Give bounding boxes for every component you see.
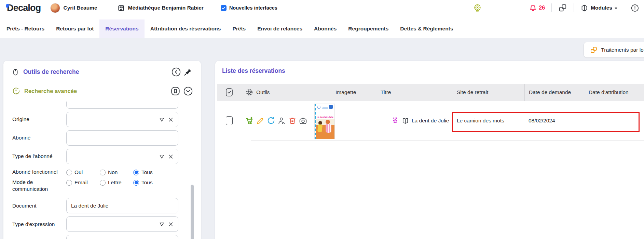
combo-clear-icon[interactable] [168,222,174,227]
field-row-origine: Origine [12,112,178,127]
origine-combobox[interactable] [66,112,178,127]
field-label: Abonné fonctionnel [12,169,66,175]
pin-icon[interactable] [184,68,192,76]
row-divider [251,141,644,141]
radio-option-non[interactable]: Non [100,169,133,175]
field-label: Type de l'abonné [12,153,66,160]
tab-prets-retours[interactable]: Prêts - Retours [1,19,50,38]
modules-menu[interactable]: Modules [580,4,617,12]
search-panel-actions [171,67,192,77]
camera-icon[interactable] [299,116,307,125]
tab-regroupements[interactable]: Regroupements [342,19,394,38]
row-actions [241,116,310,125]
radio-selected-icon[interactable] [133,170,139,175]
radio-option-email[interactable]: Email [66,180,100,186]
combo-clear-icon[interactable] [168,154,174,159]
avatar[interactable] [50,3,60,13]
star-icon[interactable] [391,117,399,125]
edit-pencil-icon[interactable] [256,117,264,125]
gear-icon[interactable] [245,88,254,96]
new-interfaces-toggle[interactable]: Nouvelles interfaces [221,5,277,11]
site-depositaire-combobox[interactable] [66,235,178,239]
title-text[interactable]: La dent de Julie [412,118,449,124]
radio-option-tous[interactable]: Tous [133,180,153,186]
open-book-icon[interactable] [401,117,409,125]
app-logo: Decalog [7,3,41,13]
combo-clear-icon[interactable] [168,117,174,122]
tab-prets[interactable]: Prêts [227,19,251,38]
person-edit-icon[interactable] [277,116,286,125]
batch-button-label: Traitements par lot [601,47,644,53]
radio-icon[interactable] [66,170,72,175]
divider [215,79,644,79]
field-row-document: Document La dent de Julie [12,198,178,213]
document-input[interactable]: La dent de Julie [66,198,178,213]
radio-icon[interactable] [100,170,106,175]
content-area: Traitements par lot Outils de recherche [0,38,644,239]
batch-processing-button[interactable]: Traitements par lot [584,42,644,58]
link-windows-icon[interactable] [558,3,567,12]
divider [574,3,574,12]
radio-selected-icon[interactable] [133,180,139,186]
divider [624,3,624,12]
search-panel: Outils de recherche Recherche avancée [3,61,201,239]
reservation-row: La dent de Julie La dent de Julie Le cam… [217,101,644,141]
checkbox-checked-icon[interactable] [221,5,227,11]
tab-abonnes[interactable]: Abonnés [308,19,342,38]
select-all-header[interactable] [217,84,241,101]
titre-header: Titre [371,84,452,101]
tab-dettes-reglements[interactable]: Dettes & Règlements [394,19,459,38]
type-abonne-combobox[interactable] [66,149,178,164]
tab-attribution-des-reservations[interactable]: Attribution des réservations [145,19,227,38]
site-retrait-header: Site de retrait [452,84,524,101]
header-actions: 26 Modules [473,3,639,12]
cart-plus-icon[interactable] [245,116,254,125]
chevron-down-icon [615,8,617,9]
field-row-mode-communication: Mode de communication Email Lettre Tous [12,179,178,192]
combo-dropdown-icon[interactable] [159,154,165,159]
library-selector[interactable]: Médiathèque Benjamin Rabier [117,4,204,12]
radio-option-tous[interactable]: Tous [133,169,153,175]
imagette-cell: La dent de Julie [310,101,371,139]
notifications-button[interactable]: 26 [529,4,545,12]
reservations-panel: Liste des réservations Outils Imagette T… [215,61,644,239]
field-label: Origine [12,116,66,123]
abonne-input[interactable] [66,130,178,146]
field-row-abonne: Abonné [12,130,178,146]
scrollbar-thumb[interactable] [191,185,194,239]
library-building-icon [117,4,125,12]
radio-icon[interactable] [66,180,72,186]
tab-envoi-de-relances[interactable]: Envoi de relances [251,19,308,38]
field-label: Mode de communication [12,179,66,192]
bookmark-save-icon[interactable] [170,86,180,96]
radio-option-lettre[interactable]: Lettre [100,180,133,186]
field-row-type-expression: Type d'expression [12,216,178,232]
date-demande-cell: 08/02/2024 [524,118,581,124]
reservations-title: Liste des réservations [222,67,285,75]
outils-header: Outils [241,84,310,101]
advanced-search-form: Origine Abonné Type de l'abonné [3,102,201,239]
book-cover-thumbnail[interactable]: La dent de Julie [314,104,335,139]
row-checkbox[interactable] [226,116,233,125]
collapse-left-icon[interactable] [171,67,181,77]
trash-icon[interactable] [288,117,297,125]
combo-dropdown-icon[interactable] [159,117,165,122]
advanced-search-icon [12,87,20,95]
tab-retours-par-lot[interactable]: Retours par lot [50,19,99,38]
divider [3,100,201,100]
tab-reservations[interactable]: Réservations [99,19,144,38]
scrolled-field-partial[interactable] [66,102,178,109]
cube-icon [580,4,588,12]
search-panel-title: Outils de recherche [23,68,79,76]
field-row-site-depositaire: Site dépositaire [12,235,178,239]
alert-info-icon[interactable] [631,4,639,12]
collapse-section-icon[interactable] [183,86,193,96]
combo-dropdown-icon[interactable] [159,221,165,227]
refresh-search-icon[interactable] [266,116,275,125]
radio-option-oui[interactable]: Oui [66,169,100,175]
signal-icon[interactable] [473,4,482,12]
radio-icon[interactable] [100,180,106,186]
type-expression-combobox[interactable] [66,216,178,232]
library-name: Médiathèque Benjamin Rabier [128,5,204,11]
advanced-search-header: Recherche avancée [3,82,201,100]
